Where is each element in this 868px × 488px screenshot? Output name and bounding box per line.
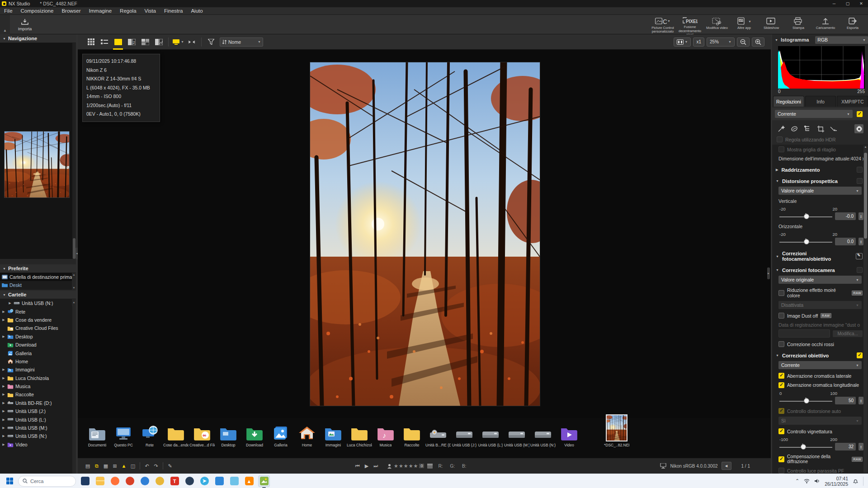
right-panel-collapse-handle[interactable]: ►: [767, 267, 770, 279]
filmstrip-folder-immagini[interactable]: Immagini: [320, 422, 346, 447]
taskbar-app-firefox[interactable]: [109, 475, 121, 487]
navigation-scrollbar[interactable]: [72, 43, 76, 259]
perspective-checkbox[interactable]: [857, 178, 863, 184]
compare-2up-button[interactable]: 2: [126, 37, 137, 47]
single-image-view-button[interactable]: [112, 37, 124, 47]
grid-view-button[interactable]: [85, 37, 97, 47]
filmstrip-folder-unit-usb-j-[interactable]: Unità USB (J:): [451, 422, 477, 447]
tree-item-unit-bd-re-d-[interactable]: ▶Unità BD-RE (D:): [0, 399, 72, 407]
longitudinal-ca-checkbox[interactable]: [778, 382, 784, 388]
auto-retouch-icon[interactable]: [777, 124, 786, 133]
start-button[interactable]: [4, 475, 15, 487]
tab-xmp-iptc[interactable]: XMP/IPTC: [837, 96, 868, 107]
auto-distortion-checkbox[interactable]: [778, 408, 784, 414]
favorites-header[interactable]: ▼ Preferite: [0, 264, 76, 273]
histogram-header[interactable]: ▼ Istogramma RGB ▼: [772, 34, 868, 45]
filmstrip-folder-galleria[interactable]: Galleria: [268, 422, 294, 447]
tree-item-unit-usb-m-[interactable]: ▶Unità USB (M:): [0, 424, 72, 432]
import-button[interactable]: Importa: [12, 16, 38, 33]
warning-filter-icon[interactable]: ▲: [119, 462, 128, 470]
play-button[interactable]: ▶: [362, 462, 371, 470]
taskbar-app-nx-studio[interactable]: [258, 475, 270, 487]
filmstrip-folder-raccolte[interactable]: Raccolte: [399, 422, 425, 447]
previous-image-button[interactable]: ⏮: [353, 462, 362, 470]
modify-button[interactable]: Modifica...: [833, 330, 863, 337]
menu-item-immagine[interactable]: Immagine: [85, 7, 116, 14]
taskbar-app-brave[interactable]: [124, 475, 136, 487]
tree-item-cose-da-vendere[interactable]: ▶Cose da vendere: [0, 316, 72, 324]
filmstrip-folder-rete[interactable]: Rete: [137, 422, 163, 447]
show-desktop-edge[interactable]: [863, 477, 864, 486]
straighten-checkbox[interactable]: [857, 167, 863, 173]
moire-state-dropdown[interactable]: Disattivata ▼: [778, 301, 862, 309]
list-view-button[interactable]: [99, 37, 110, 47]
perspective-section-header[interactable]: ▼ Distorsione prospettica: [772, 178, 868, 184]
menu-item-file[interactable]: File: [0, 7, 17, 14]
taskbar-app-file-explorer[interactable]: [94, 475, 106, 487]
filmstrip-folder-musica[interactable]: ♪Musica: [373, 422, 399, 447]
filmstrip-folder-home[interactable]: Home: [294, 422, 320, 447]
wifi-icon[interactable]: [804, 479, 810, 483]
taskbar-app-telegram[interactable]: ➤: [198, 475, 210, 487]
image-with-panel-view-button[interactable]: [153, 37, 165, 47]
star-icon[interactable]: ★: [409, 463, 413, 469]
taskbar-clock[interactable]: 07:41 26/11/2025: [825, 476, 848, 487]
image-canvas[interactable]: 09/11/2025 10:17:46.88Nikon Z 6NIKKOR Z …: [78, 50, 771, 418]
moire-checkbox[interactable]: [778, 290, 784, 296]
vertical-value[interactable]: -0.0: [835, 212, 856, 220]
toolbar-collapse-button[interactable]: ▲: [0, 15, 10, 34]
camera-corrections-header[interactable]: ▼ Correzioni fotocamera: [772, 267, 868, 273]
fit-to-screen-button[interactable]: ▼: [674, 38, 691, 47]
vignette-checkbox[interactable]: [778, 428, 784, 434]
lens-preset-dropdown[interactable]: Corrente ▼: [778, 361, 862, 369]
redo-button[interactable]: ↷: [151, 462, 160, 470]
maximize-button[interactable]: ▢: [841, 0, 854, 7]
next-image-button[interactable]: ⏭: [371, 462, 380, 470]
taskbar-app-edge[interactable]: [139, 475, 151, 487]
filmstrip-folder-questo-pc[interactable]: Questo PC: [110, 422, 137, 447]
vignette-value[interactable]: 32: [835, 443, 856, 450]
minimize-button[interactable]: ─: [827, 0, 841, 7]
filmstrip-folder-download[interactable]: Download: [241, 422, 268, 447]
tab-info[interactable]: Info: [805, 96, 836, 107]
straighten-section-header[interactable]: ▶ Raddrizzamento: [772, 167, 868, 173]
lens-corrections-header[interactable]: ▼ Correzioni obiettivo: [772, 352, 868, 358]
preset-apply-checkbox[interactable]: [857, 111, 863, 117]
horizontal-spinner[interactable]: ▲▼: [859, 238, 863, 245]
versions-tree-icon[interactable]: [803, 124, 812, 133]
tree-item-desktop[interactable]: ▶Desktop: [0, 333, 72, 341]
tree-item-luca-chichizola[interactable]: ▶Luca Chichizola: [0, 374, 72, 382]
star-icon[interactable]: ★: [394, 463, 398, 469]
tree-item-download[interactable]: Download: [0, 341, 72, 349]
favorite-item-partial[interactable]: Deskt: [0, 281, 76, 289]
altre-app-button[interactable]: APP▼Altre app: [731, 15, 758, 34]
filmstrip-folder-video[interactable]: Video: [556, 422, 582, 447]
camera-preset-dropdown[interactable]: Valore originale ▼: [778, 276, 862, 284]
taskbar-app-vscode[interactable]: [213, 475, 225, 487]
grid-view-icon[interactable]: ⊞: [110, 462, 119, 470]
modifica-video-button[interactable]: Modifica video: [703, 15, 731, 34]
lateral-ca-checkbox[interactable]: [778, 373, 784, 379]
menu-item-browser[interactable]: Browser: [57, 7, 85, 14]
close-button[interactable]: ✕: [854, 0, 868, 7]
lens-corrections-checkbox[interactable]: [857, 352, 863, 358]
filmstrip-folder-desktop[interactable]: Desktop: [215, 422, 241, 447]
menu-item-aiuto[interactable]: Aiuto: [187, 7, 207, 14]
rating-zero-badge[interactable]: 0: [419, 464, 424, 468]
hdr-checkbox[interactable]: [777, 136, 783, 142]
filmstrip-folder-cose-da-endere[interactable]: Cose da...endere: [163, 422, 189, 447]
photo-image[interactable]: [310, 62, 540, 406]
edit-corrections-icon[interactable]: [856, 253, 863, 259]
vertical-slider[interactable]: [779, 213, 832, 220]
stampa-button[interactable]: Stampa: [785, 15, 812, 34]
zoom-out-button[interactable]: [737, 38, 750, 47]
vertical-spinner[interactable]: ▲▼: [859, 212, 863, 220]
tree-item-galleria[interactable]: Galleria: [0, 349, 72, 357]
tree-scroll-up[interactable]: ▲: [72, 299, 76, 306]
sort-dropdown[interactable]: Nome ▼: [220, 38, 263, 47]
panel-back-button[interactable]: ◄: [722, 462, 731, 470]
preset-dropdown[interactable]: Corrente ▼: [775, 110, 853, 118]
longitudinal-value[interactable]: 50: [835, 397, 856, 404]
fusione-button[interactable]: PIXELFusione decentramento pixel: [676, 15, 703, 34]
navigation-thumbnail[interactable]: [5, 131, 69, 197]
